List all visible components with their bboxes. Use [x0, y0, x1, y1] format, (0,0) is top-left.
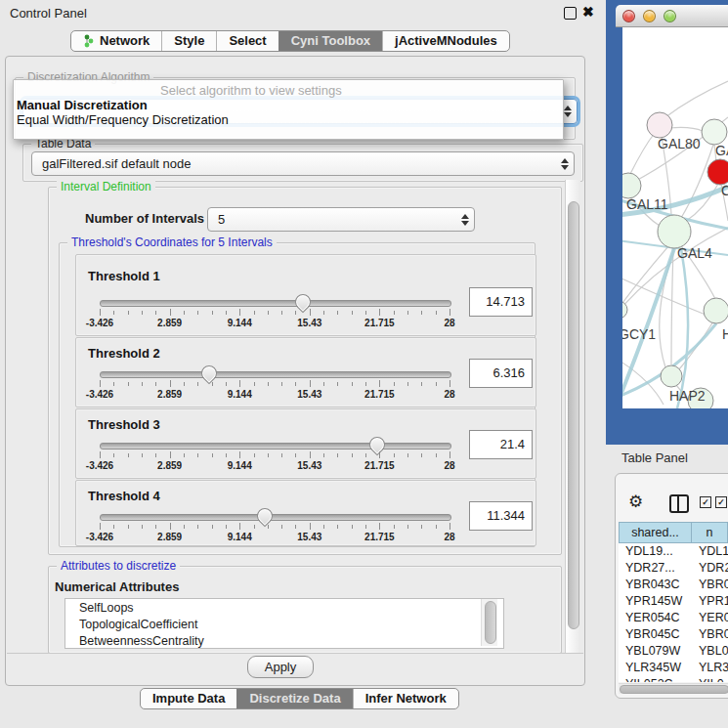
tab-style[interactable]: Style [161, 31, 216, 51]
table-hscrollbar-thumb[interactable] [620, 685, 728, 694]
close-icon[interactable]: ✖ [582, 4, 594, 20]
slider-tick [394, 525, 395, 529]
slider-tick [128, 382, 129, 386]
table-cell[interactable]: YER0 [692, 610, 728, 626]
minimize-traffic-light[interactable] [643, 10, 656, 22]
table-cell[interactable]: YBR043C [619, 577, 692, 593]
threshold-slider-track[interactable] [100, 300, 451, 307]
slider-tick [337, 525, 338, 529]
threshold-slider-track[interactable] [100, 514, 451, 521]
table-row[interactable]: YDL19...YDL1 [619, 543, 728, 560]
tab-network[interactable]: Network [71, 31, 161, 51]
close-traffic-light[interactable] [622, 10, 635, 22]
slider-tick [128, 453, 129, 457]
table-row[interactable]: YBR045CYBR0 [619, 626, 728, 643]
slider-tick-label: 2.859 [157, 318, 182, 328]
table-horizontal-scrollbar[interactable] [619, 683, 728, 694]
table-cell[interactable]: YPR145W [619, 593, 692, 610]
table-cell[interactable]: YBR0 [692, 577, 728, 593]
slider-tick [268, 453, 269, 457]
slider-tick [212, 525, 213, 529]
table-cell[interactable]: YDL19... [619, 543, 692, 560]
table-cell[interactable]: YDL1 [692, 543, 728, 560]
algorithm-option-manual-discretization[interactable]: Manual Discretization [17, 98, 148, 112]
slider-tick [155, 525, 156, 529]
table-cell[interactable]: YIL052C [619, 676, 692, 682]
columns-icon[interactable] [669, 494, 689, 513]
attribute-list-item[interactable]: BetweennessCentrality [65, 632, 503, 649]
threshold-slider-thumb[interactable] [254, 505, 277, 528]
table-row[interactable]: YER054CYER0 [619, 610, 728, 626]
attribute-list-item[interactable]: SelfLoops [65, 599, 503, 616]
algorithm-placeholder-option[interactable]: Select algorithm to view settings [160, 83, 342, 98]
table-cell[interactable]: YBR0 [692, 626, 728, 643]
tab-impute-data[interactable]: Impute Data [141, 689, 236, 708]
threshold-value-field[interactable]: 6.316 [469, 359, 533, 388]
threshold-slider-track[interactable] [100, 443, 451, 450]
table-cell[interactable]: YPR1 [692, 593, 728, 610]
table-cell[interactable]: YIL0 [692, 676, 728, 682]
table-data-select[interactable]: galFiltered.sif default node [31, 151, 575, 176]
slider-tick [113, 525, 114, 529]
numerical-attributes-list[interactable]: SelfLoopsTopologicalCoefficientBetweenne… [64, 598, 504, 649]
apply-button[interactable]: Apply [247, 656, 314, 678]
table-row[interactable]: YDR27...YDR2 [619, 560, 728, 577]
attributes-group-title: Attributes to discretize [57, 559, 180, 573]
column-header[interactable]: shared... [619, 522, 692, 543]
number-of-intervals-select[interactable]: 5 [207, 207, 475, 232]
tab-label: jActiveMNodules [395, 31, 497, 51]
table-cell[interactable]: YLR3 [692, 660, 728, 676]
panel-scrollbar-thumb[interactable] [568, 201, 579, 629]
slider-tick [310, 380, 311, 387]
attributes-list-scrollbar[interactable] [481, 599, 497, 646]
table-row[interactable]: YPR145WYPR1 [619, 593, 728, 610]
cyni-toolbox-panel: Discretization Algorithm Select algorith… [5, 56, 585, 686]
node [704, 298, 728, 323]
table-cell[interactable]: YBL079W [619, 643, 692, 660]
number-of-intervals-label: Number of Intervals [85, 211, 204, 226]
table-cell[interactable]: YER054C [619, 610, 692, 626]
tab-jactivemnodules[interactable]: jActiveMNodules [382, 31, 509, 51]
table-cell[interactable]: YDR27... [619, 560, 692, 577]
tab-cyni-toolbox[interactable]: Cyni Toolbox [278, 31, 382, 51]
divider [7, 653, 583, 654]
threshold-value-field[interactable]: 14.713 [469, 287, 533, 317]
slider-tick [142, 311, 143, 315]
table-row[interactable]: YBL079WYBL0 [619, 643, 728, 660]
threshold-slider-thumb[interactable] [365, 434, 388, 456]
table-cell[interactable]: YDR2 [692, 560, 728, 577]
table-cell[interactable]: YBL0 [692, 643, 728, 660]
zoom-traffic-light[interactable] [664, 10, 676, 22]
slider-tick [155, 453, 156, 457]
slider-tick-label: 9.144 [228, 460, 252, 471]
threshold-slider-track[interactable] [100, 371, 451, 378]
table-cell[interactable]: YLR345W [619, 660, 692, 676]
tab-select[interactable]: Select [216, 31, 278, 51]
table-row[interactable]: YIL052CYIL0 [619, 676, 728, 682]
slider-tick [352, 382, 353, 386]
algorithm-option-equal-width-frequency-discretization[interactable]: Equal Width/Frequency Discretization [17, 112, 229, 127]
float-window-icon[interactable] [564, 7, 577, 20]
table-cell[interactable]: YBR045C [619, 626, 692, 643]
network-canvas[interactable]: GAL80 GA C GAL11 GAL4 GCY1 H HAP2 [622, 27, 728, 408]
screen: Control Panel ✖ NetworkStyleSelectCyni T… [0, 0, 728, 728]
node [702, 119, 727, 145]
table-row[interactable]: YLR345WYLR3 [619, 660, 728, 676]
slider-tick [212, 382, 213, 386]
checkbox-icon[interactable]: ✓ [700, 496, 711, 508]
threshold-slider-thumb[interactable] [198, 363, 221, 385]
threshold-label: Threshold 1 [88, 269, 160, 283]
panel-scrollbar[interactable] [565, 180, 580, 653]
column-header[interactable]: n [692, 522, 728, 543]
checkbox-icon[interactable]: ✓ [715, 496, 727, 508]
threshold-value-field[interactable]: 11.344 [469, 501, 533, 531]
gear-icon[interactable]: ⚙ [628, 492, 643, 512]
table-row[interactable]: YBR043CYBR0 [619, 577, 728, 593]
threshold-value-field[interactable]: 21.4 [469, 430, 533, 459]
attribute-list-item[interactable]: TopologicalCoefficient [65, 616, 503, 632]
slider-tick [436, 311, 437, 315]
tab-discretize-data[interactable]: Discretize Data [236, 689, 352, 708]
slider-tick [295, 453, 296, 457]
tab-infer-network[interactable]: Infer Network [353, 689, 458, 708]
table-data-selected-value: galFiltered.sif default node [32, 156, 556, 171]
